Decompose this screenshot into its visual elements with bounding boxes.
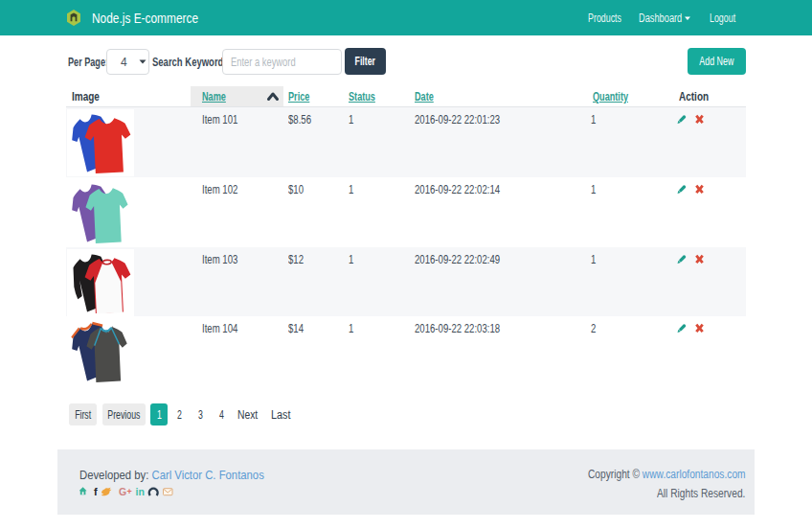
svg-text:G: G bbox=[119, 486, 126, 497]
svg-text:in: in bbox=[136, 486, 145, 497]
svg-text:f: f bbox=[94, 486, 98, 497]
svg-text:+: + bbox=[127, 487, 132, 496]
